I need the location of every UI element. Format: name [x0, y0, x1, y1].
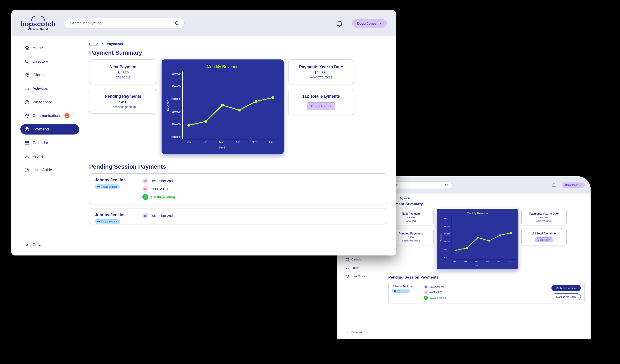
client-name[interactable]: Johnny Jenkins — [95, 178, 136, 182]
nav-user-guide[interactable]: User Guide — [343, 273, 382, 279]
svg-point-39 — [346, 275, 349, 277]
svg-point-4 — [26, 74, 27, 75]
svg-point-24 — [221, 104, 224, 106]
svg-line-29 — [447, 186, 448, 186]
bell-icon[interactable] — [336, 20, 343, 27]
svg-point-19 — [26, 155, 28, 157]
chevron-down-icon — [579, 184, 582, 186]
nav-activities[interactable]: Activities — [20, 83, 79, 94]
mark-no-show-button[interactable]: Mark as No-Show — [552, 293, 581, 300]
summary-row: Next Payment $4,560 07/15/2021 Pending P… — [89, 59, 387, 154]
search-icon[interactable] — [445, 183, 448, 187]
nav-label: Payments — [32, 127, 50, 131]
svg-point-25 — [238, 109, 241, 111]
payment-summary-heading: Payment Summary — [388, 202, 585, 206]
breadcrumb: Home Payments — [89, 42, 387, 46]
nav-profile[interactable]: Profile — [20, 151, 79, 162]
nav-directory[interactable]: Directory — [20, 56, 79, 67]
nav-collapse[interactable]: Collapse — [20, 240, 79, 250]
svg-point-41 — [466, 247, 468, 249]
nav-collapse[interactable]: Collapse — [343, 329, 382, 335]
main-content: Home Payments Payment Summary Next Payme… — [84, 36, 396, 255]
brand-subtitle: Clinician Portal — [28, 28, 48, 31]
pending-session-card: Johnny Jenkins Virtual Session ▦December… — [89, 208, 387, 224]
card-title: Payments Year to Date — [293, 65, 349, 69]
search-icon[interactable] — [174, 21, 179, 26]
send-icon — [24, 113, 30, 118]
home-icon — [24, 45, 30, 50]
nav-label: Home — [32, 46, 43, 50]
chart-plot — [452, 216, 515, 259]
chevron-right-icon — [101, 43, 104, 45]
breadcrumb-home[interactable]: Home — [89, 42, 98, 46]
nav-communications[interactable]: Communications 2 — [20, 111, 79, 121]
nav-profile[interactable]: Profile — [343, 264, 382, 271]
user-menu[interactable]: Doug Jones — [562, 182, 585, 188]
nav-payments[interactable]: Payments — [20, 124, 79, 134]
calendar-chip-icon: ▦ — [142, 178, 148, 184]
nav-label: User Guide — [32, 168, 52, 172]
svg-point-42 — [477, 237, 479, 238]
svg-point-13 — [28, 102, 28, 102]
nav-label: Whiteboard — [32, 100, 52, 104]
search-input[interactable] — [70, 21, 174, 25]
chart-plot — [182, 72, 279, 139]
logo: hopscotch Clinician Portal — [20, 15, 56, 31]
people-icon — [24, 73, 30, 78]
calendar-icon — [346, 258, 349, 261]
chart-ylabel: Revenue — [167, 72, 170, 139]
svg-point-0 — [175, 22, 178, 25]
nav-label: Activities — [32, 86, 48, 91]
nav-user-guide[interactable]: User Guide — [20, 165, 79, 175]
export-history-button[interactable]: Export History — [535, 237, 554, 242]
chart-xlabel: Month — [167, 146, 279, 149]
card-sub: 07/15/2021 — [94, 76, 152, 79]
svg-point-38 — [347, 267, 348, 268]
session-date: December 2nd — [151, 179, 173, 183]
nav-clients[interactable]: Clients — [20, 70, 79, 80]
export-history-button[interactable]: Export History — [307, 102, 335, 110]
payment-summary-heading: Payment Summary — [89, 49, 387, 56]
svg-point-40 — [455, 249, 457, 251]
chart-yticks: $60,000 $50,000 $40,000 $30,000 $20,000 … — [171, 72, 181, 139]
virtual-session-tag: Virtual Session — [95, 219, 120, 224]
chart-title: Monthly Revenue — [167, 64, 279, 69]
monthly-revenue-chart: Monthly Revenue Revenue $60,000 $50,000 … — [162, 59, 284, 154]
svg-point-12 — [27, 101, 27, 102]
card-ytd: Payments Year to Date $94,334 As of 07/0… — [521, 209, 567, 225]
dollar-icon — [24, 127, 30, 132]
user-menu[interactable]: Doug Jones — [352, 19, 387, 28]
pending-heading: Pending Session Payments — [89, 163, 387, 170]
virtual-session-tag: Virtual Session — [95, 185, 120, 189]
user-name: Doug Jones — [357, 21, 376, 25]
svg-rect-36 — [346, 258, 349, 261]
nav-whiteboard[interactable]: Whiteboard — [20, 97, 79, 107]
user-name: Doug Jones — [565, 184, 578, 186]
pending-session-card: Johnny Jenkins Virtual Session ▦December… — [388, 282, 585, 303]
search-icon — [24, 59, 30, 64]
svg-point-44 — [499, 234, 501, 236]
card-value: $4,560 — [94, 71, 152, 75]
svg-rect-15 — [25, 142, 29, 145]
svg-point-22 — [187, 124, 190, 127]
card-ytd: Payments Year to Date $94,334 As of 07/0… — [288, 59, 354, 84]
card-next-payment: Next Payment $4,560 07/15/2021 — [89, 59, 157, 84]
chevron-right-icon — [396, 198, 398, 199]
palette-icon — [24, 100, 30, 105]
nav-calendar[interactable]: Calendar — [20, 138, 79, 148]
search-box[interactable] — [65, 18, 185, 29]
bell-icon[interactable] — [552, 183, 556, 187]
nav-calendar[interactable]: Calendar — [343, 256, 382, 263]
nav-home[interactable]: Home — [20, 43, 79, 53]
svg-point-11 — [26, 102, 26, 102]
client-name[interactable]: Johnny Jenkins — [95, 213, 136, 217]
card-title: Next Payment — [94, 65, 152, 69]
card-sub: 2 sessions pending — [94, 105, 152, 109]
collapse-icon — [346, 331, 349, 334]
session-date: December 2nd — [151, 214, 173, 218]
client-name[interactable]: Johnny Jenkins — [392, 285, 419, 288]
card-value: $94,334 — [293, 71, 349, 75]
help-icon — [346, 275, 349, 278]
topbar: hopscotch Clinician Portal Doug Jones — [11, 10, 396, 36]
verify-payment-button[interactable]: Verify for Payment — [551, 285, 581, 291]
